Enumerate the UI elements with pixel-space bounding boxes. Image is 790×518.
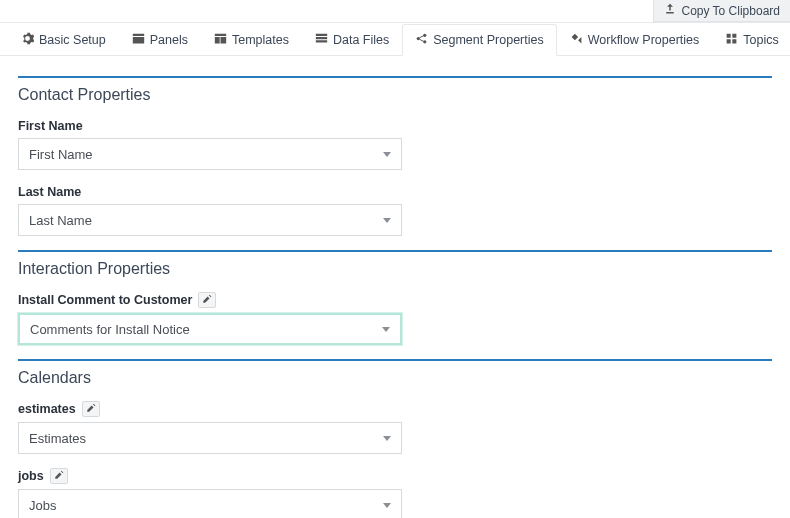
dropdown-value: Comments for Install Notice [30, 322, 190, 337]
field-label: Last Name [18, 185, 81, 199]
panel-icon [132, 32, 145, 48]
chevron-down-icon [382, 327, 390, 332]
section-calendars: Calendars estimates Estimates jobs [18, 359, 772, 518]
pencil-icon [54, 469, 64, 483]
workflow-icon [570, 32, 583, 48]
last-name-dropdown[interactable]: Last Name [18, 204, 402, 236]
field-label: First Name [18, 119, 83, 133]
section-rule [18, 359, 772, 361]
tab-label: Topics [743, 33, 778, 47]
dropdown-value: Last Name [29, 213, 92, 228]
tabs-bar: Basic Setup Panels Templates Data Files … [0, 23, 790, 56]
edit-button[interactable] [82, 401, 100, 417]
tab-templates[interactable]: Templates [201, 24, 302, 56]
pencil-icon [86, 402, 96, 416]
field-label-text: Install Comment to Customer [18, 293, 192, 307]
tab-panels[interactable]: Panels [119, 24, 201, 56]
field-label-text: estimates [18, 402, 76, 416]
section-title: Calendars [18, 369, 772, 387]
svg-point-2 [423, 40, 426, 43]
field-label-text: jobs [18, 469, 44, 483]
edit-button[interactable] [198, 292, 216, 308]
tab-data-files[interactable]: Data Files [302, 24, 402, 56]
template-icon [214, 32, 227, 48]
svg-point-1 [423, 34, 426, 37]
upload-icon [664, 3, 676, 18]
gear-icon [21, 32, 34, 48]
copy-bar: Copy To Clipboard [0, 0, 790, 23]
section-title: Interaction Properties [18, 260, 772, 278]
tab-label: Templates [232, 33, 289, 47]
field-first-name: First Name First Name [18, 118, 772, 170]
content-area: Contact Properties First Name First Name… [0, 56, 790, 518]
dropdown-value: First Name [29, 147, 93, 162]
topics-icon [725, 32, 738, 48]
section-contact-properties: Contact Properties First Name First Name… [18, 76, 772, 236]
tab-label: Workflow Properties [588, 33, 700, 47]
field-label: Install Comment to Customer [18, 292, 216, 308]
section-interaction-properties: Interaction Properties Install Comment t… [18, 250, 772, 345]
estimates-dropdown[interactable]: Estimates [18, 422, 402, 454]
install-comment-dropdown[interactable]: Comments for Install Notice [18, 313, 402, 345]
field-jobs: jobs Jobs [18, 468, 772, 518]
field-estimates: estimates Estimates [18, 401, 772, 454]
dropdown-value: Jobs [29, 498, 56, 513]
tab-label: Panels [150, 33, 188, 47]
chevron-down-icon [383, 436, 391, 441]
dropdown-value: Estimates [29, 431, 86, 446]
field-last-name: Last Name Last Name [18, 184, 772, 236]
edit-button[interactable] [50, 468, 68, 484]
chevron-down-icon [383, 218, 391, 223]
copy-to-clipboard-label: Copy To Clipboard [681, 4, 780, 18]
first-name-dropdown[interactable]: First Name [18, 138, 402, 170]
tab-label: Data Files [333, 33, 389, 47]
field-label: estimates [18, 401, 100, 417]
data-files-icon [315, 32, 328, 48]
jobs-dropdown[interactable]: Jobs [18, 489, 402, 518]
tab-label: Segment Properties [433, 33, 543, 47]
tab-basic-setup[interactable]: Basic Setup [8, 24, 119, 56]
section-rule [18, 76, 772, 78]
page-root: Copy To Clipboard Basic Setup Panels Tem… [0, 0, 790, 518]
copy-to-clipboard-button[interactable]: Copy To Clipboard [653, 0, 790, 22]
chevron-down-icon [383, 503, 391, 508]
pencil-icon [202, 293, 212, 307]
tab-topics[interactable]: Topics [712, 24, 790, 56]
field-label: jobs [18, 468, 68, 484]
tab-segment-properties[interactable]: Segment Properties [402, 24, 556, 56]
tab-label: Basic Setup [39, 33, 106, 47]
chevron-down-icon [383, 152, 391, 157]
share-icon [415, 32, 428, 48]
field-install-comment: Install Comment to Customer Comments for… [18, 292, 772, 345]
section-rule [18, 250, 772, 252]
section-title: Contact Properties [18, 86, 772, 104]
tab-workflow-properties[interactable]: Workflow Properties [557, 24, 713, 56]
